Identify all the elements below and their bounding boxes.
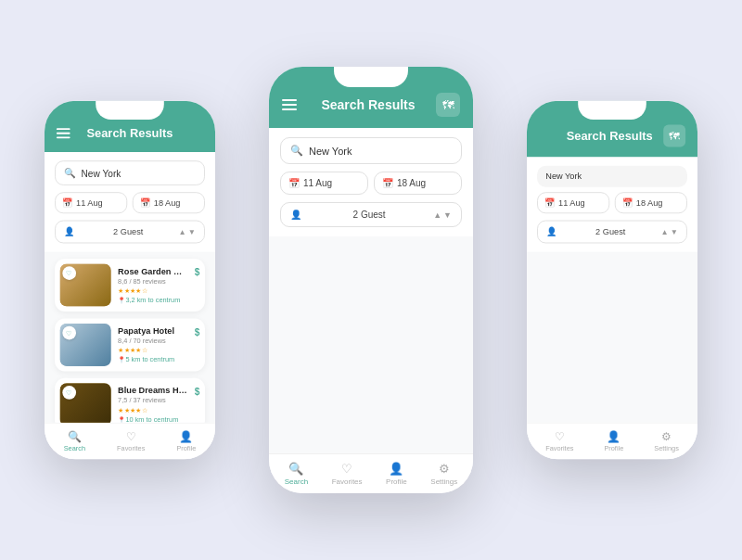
checkout-left[interactable]: 📅 18 Aug bbox=[133, 192, 205, 213]
price-3: $ bbox=[195, 383, 200, 397]
search-area-left: 🔍 📅 11 Aug 📅 18 Aug 👤 2 Guest bbox=[45, 152, 215, 252]
hotels-list-left: ♡ Rose Garden Hotel 8,6 / 85 reviews ★★★… bbox=[45, 252, 215, 423]
hotel-info-3: Blue Dreams Hotel 7,5 / 37 reviews ★★★★☆… bbox=[118, 386, 187, 423]
checkout-right[interactable]: 📅 18 Aug bbox=[615, 192, 687, 213]
bottom-nav-left: 🔍 Search ♡ Favorites 👤 Profile bbox=[45, 423, 215, 460]
checkin-left[interactable]: 📅 11 Aug bbox=[55, 192, 127, 213]
nav-favorites-right[interactable]: ♡ Favorites bbox=[545, 430, 573, 452]
dist-1: 3,2 km to centrum bbox=[118, 296, 187, 303]
person-icon-center: 👤 bbox=[290, 210, 301, 220]
hotel-reviews-3: 7,5 / 37 reviews bbox=[118, 397, 187, 404]
guest-arrows-right[interactable]: ▲▼ bbox=[661, 227, 678, 235]
content-left: 🔍 📅 11 Aug 📅 18 Aug 👤 2 Guest bbox=[45, 152, 215, 423]
stars-2: ★★★★☆ bbox=[118, 347, 187, 354]
guest-row-center[interactable]: 👤 2 Guest ▲▼ bbox=[280, 202, 462, 227]
price-1: $ bbox=[195, 264, 200, 278]
nav-search-left[interactable]: 🔍 Search bbox=[64, 430, 85, 452]
search-area-center: 🔍 📅 11 Aug 📅 18 Aug 👤 2 Guest bbox=[269, 128, 473, 236]
date-row-right: 📅 11 Aug 📅 18 Aug bbox=[537, 192, 687, 213]
header-title-left: Search Results bbox=[73, 126, 186, 140]
hotel-reviews-2: 8,4 / 70 reviews bbox=[118, 337, 187, 345]
hotel-name-3: Blue Dreams Hotel bbox=[118, 386, 187, 395]
search-nav-icon-left: 🔍 bbox=[68, 430, 82, 443]
price-2: $ bbox=[195, 324, 200, 337]
hotel-img-3: ♡ bbox=[60, 383, 111, 422]
content-center: 🔍 📅 11 Aug 📅 18 Aug 👤 2 Guest bbox=[269, 128, 473, 453]
date-row-center: 📅 11 Aug 📅 18 Aug bbox=[280, 172, 462, 195]
stars-3: ★★★★☆ bbox=[118, 406, 187, 414]
nav-favorites-center[interactable]: ♡ Favorites bbox=[332, 462, 363, 486]
search-box-center[interactable]: 🔍 bbox=[280, 137, 462, 164]
hotel-name-1: Rose Garden Hotel bbox=[118, 266, 187, 275]
dist-3: 10 km to centrum bbox=[118, 415, 187, 422]
nav-settings-center[interactable]: ⚙ Settings bbox=[430, 462, 457, 486]
dist-2: 5 km to centrum bbox=[118, 356, 187, 363]
header-title-right: Search Results bbox=[556, 129, 663, 143]
date-row-left: 📅 11 Aug 📅 18 Aug bbox=[55, 192, 205, 213]
checkin-right[interactable]: 📅 11 Aug bbox=[537, 192, 609, 213]
stars-1: ★★★★☆ bbox=[118, 286, 187, 294]
nav-favorites-left[interactable]: ♡ Favorites bbox=[117, 430, 145, 452]
nav-profile-left[interactable]: 👤 Profile bbox=[176, 430, 196, 452]
search-icon-left: 🔍 bbox=[64, 168, 76, 179]
heart-btn-3[interactable]: ♡ bbox=[62, 386, 76, 400]
header-left: Search Results bbox=[45, 101, 215, 152]
heart-btn-1[interactable]: ♡ bbox=[62, 266, 76, 280]
nav-profile-right[interactable]: 👤 Profile bbox=[604, 430, 623, 452]
profile-nav-icon-left: 👤 bbox=[179, 430, 193, 443]
hotel-reviews-1: 8,6 / 85 reviews bbox=[118, 277, 187, 285]
hamburger-icon-center[interactable] bbox=[282, 95, 301, 114]
person-icon-left: 👤 bbox=[64, 227, 74, 236]
hotel-info-2: Papatya Hotel 8,4 / 70 reviews ★★★★☆ 5 k… bbox=[118, 326, 187, 363]
checkout-center[interactable]: 📅 18 Aug bbox=[374, 172, 462, 195]
guest-row-right[interactable]: 👤 2 Guest ▲▼ bbox=[537, 221, 687, 244]
favorites-nav-icon-left: ♡ bbox=[126, 430, 136, 443]
search-area-right: New York 📅 11 Aug 📅 18 Aug 👤 2 Guest bbox=[527, 158, 697, 252]
nav-search-center[interactable]: 🔍 Search bbox=[285, 462, 308, 486]
guest-row-left[interactable]: 👤 2 Guest ▲▼ bbox=[55, 221, 205, 244]
checkin-center[interactable]: 📅 11 Aug bbox=[280, 172, 368, 195]
hamburger-icon[interactable] bbox=[57, 125, 73, 142]
phone-left: Search Results 🔍 📅 11 Aug 📅 18 Aug bbox=[45, 101, 215, 459]
header-title-center: Search Results bbox=[301, 97, 436, 112]
hotel-card-2[interactable]: ♡ Papatya Hotel 8,4 / 70 reviews ★★★★☆ 5… bbox=[55, 318, 205, 371]
hotel-img-1: ♡ bbox=[60, 264, 111, 307]
map-icon-center[interactable]: 🗺 bbox=[436, 93, 460, 117]
content-right: New York 📅 11 Aug 📅 18 Aug 👤 2 Guest bbox=[527, 158, 697, 423]
heart-btn-2[interactable]: ♡ bbox=[62, 326, 76, 340]
phone-center: Search Results 🗺 🔍 📅 11 Aug 📅 18 Aug bbox=[269, 67, 473, 493]
calendar-icon2-left: 📅 bbox=[140, 198, 150, 208]
header-right: Search Results 🗺 bbox=[527, 101, 697, 158]
cal-icon-center: 📅 bbox=[288, 178, 300, 188]
search-icon-center: 🔍 bbox=[290, 145, 303, 157]
search-input-center[interactable] bbox=[309, 146, 452, 157]
hotel-img-2: ♡ bbox=[60, 324, 111, 366]
hotel-name-2: Papatya Hotel bbox=[118, 326, 187, 336]
calendar-icon-left: 📅 bbox=[62, 198, 72, 208]
nav-settings-right[interactable]: ⚙ Settings bbox=[654, 430, 679, 452]
search-input-right[interactable]: New York bbox=[537, 166, 687, 187]
guest-arrows-left[interactable]: ▲▼ bbox=[179, 227, 196, 235]
hotel-card-3[interactable]: ♡ Blue Dreams Hotel 7,5 / 37 reviews ★★★… bbox=[55, 378, 205, 423]
phones-container: Search Results 🔍 📅 11 Aug 📅 18 Aug bbox=[9, 11, 733, 549]
search-box-left[interactable]: 🔍 bbox=[55, 160, 205, 185]
nav-profile-center[interactable]: 👤 Profile bbox=[386, 462, 407, 486]
phone-right: Search Results 🗺 New York 📅 11 Aug 📅 18 … bbox=[527, 101, 697, 459]
header-center: Search Results 🗺 bbox=[269, 67, 473, 128]
bottom-nav-right: ♡ Favorites 👤 Profile ⚙ Settings bbox=[527, 423, 697, 460]
guest-arrows-center[interactable]: ▲▼ bbox=[433, 210, 452, 220]
hotel-card-1[interactable]: ♡ Rose Garden Hotel 8,6 / 85 reviews ★★★… bbox=[55, 259, 205, 312]
search-input-left[interactable] bbox=[82, 168, 196, 178]
bottom-nav-center: 🔍 Search ♡ Favorites 👤 Profile ⚙ Setting… bbox=[269, 453, 473, 493]
hotel-info-1: Rose Garden Hotel 8,6 / 85 reviews ★★★★☆… bbox=[118, 266, 187, 303]
cal-icon2-center: 📅 bbox=[382, 178, 393, 188]
map-icon-right[interactable]: 🗺 bbox=[663, 125, 685, 147]
